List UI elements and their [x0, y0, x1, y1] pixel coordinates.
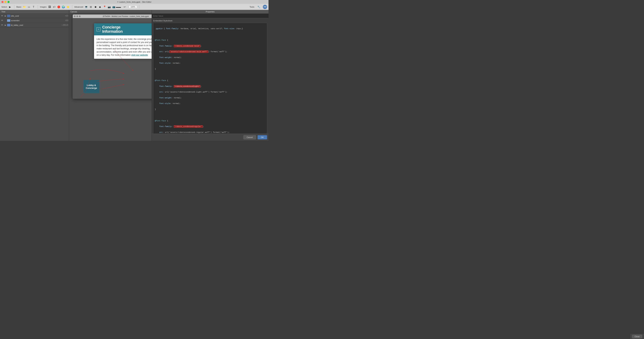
lp-close[interactable]: [74, 15, 76, 17]
main-layout: Tree 👁 ▶ info_cont ↑0,0 👁 screentint ↓0,…: [0, 10, 268, 141]
lobby-button[interactable]: Lobby & Concierge: [84, 80, 99, 93]
lp-maximize[interactable]: [79, 15, 80, 17]
maximize-button[interactable]: [8, 1, 10, 3]
lp-window-controls[interactable]: [74, 15, 80, 17]
info-panel-header: × Concierge Information: [94, 23, 152, 35]
info-panel[interactable]: × Concierge Information Like the experie…: [94, 23, 152, 59]
photo-icon[interactable]: 📷: [107, 5, 111, 9]
code-line-14: font-style: normal;: [155, 102, 266, 105]
code-line-5: src: url('assets/robotocondensed-bold.wo…: [155, 50, 266, 53]
shape1-icon[interactable]: ◆: [98, 5, 102, 9]
select-label: Select:: [2, 6, 8, 8]
embedded-stylesheet-label: Embedded Stylesheet:: [153, 20, 267, 22]
record-icon[interactable]: ⏺: [94, 5, 98, 9]
image-icon[interactable]: 🖼: [48, 5, 52, 9]
tree-panel: Tree 👁 ▶ info_cont ↑0,0 👁 screentint ↓0,…: [0, 10, 69, 141]
code-line-6: font-weight: normal;: [155, 56, 266, 59]
divider-4: [139, 5, 139, 9]
node-type-icon-2: [7, 19, 10, 22]
tree-node-bt-lobby[interactable]: 👁 ▶ bt_lobby_cont ↑-234,23: [0, 23, 69, 27]
tree-header: Tree: [0, 10, 69, 14]
tool-icon-1[interactable]: 🔧: [257, 5, 261, 9]
expand-icon-3[interactable]: ▶: [4, 24, 6, 26]
advanced-label: Advanced:: [74, 6, 84, 8]
code-line-15: }: [155, 108, 266, 111]
code-line-blank: [155, 33, 266, 36]
rectangle-icon[interactable]: ▭: [27, 5, 31, 9]
pin-icon[interactable]: 📍: [103, 5, 106, 9]
code-line-19: src: url('assets/robotocondensed-regular…: [155, 131, 266, 134]
star-icon[interactable]: ⭐: [66, 5, 70, 9]
ok-button[interactable]: OK: [258, 135, 267, 139]
properties-footer: Cancel OK: [152, 134, 268, 141]
code-editor[interactable]: .ggskin { font-family: Verdana, Arial, H…: [153, 23, 267, 134]
properties-search-input[interactable]: [152, 14, 268, 18]
text-icon[interactable]: T: [32, 5, 36, 9]
cancel-button[interactable]: Cancel: [243, 135, 256, 139]
lp-minimize[interactable]: [76, 15, 78, 17]
live-preview-titlebar: (679x564 - Mobile) Live Preview - custom…: [73, 14, 152, 18]
basic-section: Basic: 📁 ▭ T: [16, 5, 36, 9]
code-line-17: @font-face {: [155, 119, 266, 122]
code-line-blank2: [155, 73, 266, 76]
info-panel-title: Concierge Information: [102, 25, 123, 34]
visibility-icon[interactable]: 👁: [1, 14, 4, 17]
minimize-button[interactable]: [4, 1, 6, 3]
undo-button[interactable]: ↩: [122, 5, 127, 9]
node-coords: ↑0,0: [65, 15, 68, 17]
select-section: Select: ▶: [2, 5, 12, 9]
toolbar: Select: ▶ Basic: 📁 ▭ T Images: 🖼 🏷 🔴 🌍 ⭐…: [0, 4, 268, 10]
images-section: Images: 🖼 🏷 🔴 🌍 ⭐: [40, 5, 70, 9]
expand-icon[interactable]: ▶: [4, 15, 6, 17]
node-coords-3: ↑-234,23: [61, 24, 68, 26]
zoom-display[interactable]: 100%: [129, 5, 137, 8]
image3-icon[interactable]: 🔴: [57, 5, 61, 9]
properties-panel: Properties Embedded Stylesheet: .ggskin …: [152, 10, 268, 141]
grid-icon[interactable]: ⊞: [89, 5, 93, 9]
visit-website-link[interactable]: visit our website: [131, 54, 148, 56]
window-controls[interactable]: [2, 1, 10, 3]
live-preview-window: (679x564 - Mobile) Live Preview - custom…: [72, 14, 152, 99]
code-line-blank3: [155, 114, 266, 116]
code-line-12: src: url('assets/robotocondensed-light.w…: [155, 91, 266, 93]
images-label: Images:: [40, 6, 47, 8]
globe-icon[interactable]: 🌍: [62, 5, 65, 9]
image2-icon[interactable]: 🏷: [52, 5, 56, 9]
expand-icon-2: [4, 19, 6, 21]
live-preview-content: × Concierge Information Like the experie…: [73, 18, 152, 98]
monitor-icon[interactable]: 💻: [84, 5, 88, 9]
visibility-icon-2[interactable]: 👁: [1, 19, 4, 22]
node-coords-2: ↓0,0: [65, 19, 68, 21]
node-type-icon: [7, 15, 10, 17]
code-line-8: }: [155, 68, 266, 70]
code-line-1: .ggskin { font-family: Verdana, Arial, H…: [155, 27, 266, 30]
title-bar: ✂ custom_fonts_beta.ggsk - Skin Editor: [0, 0, 268, 4]
video-icon[interactable]: 📺: [112, 5, 116, 9]
divider-3: [72, 5, 72, 9]
node-label: info_cont: [11, 15, 64, 17]
code-line-13: font-weight: normal;: [155, 96, 266, 99]
code-line-3: @font-face {: [155, 39, 266, 41]
visibility-icon-3[interactable]: 👁: [1, 24, 4, 26]
advanced-section: Advanced: 💻 ⊞ ⏺ ◆ 📍 📷 📺 ▬▬: [74, 5, 120, 9]
code-line-10: @font-face {: [155, 79, 266, 82]
code-line-11: font-family: 'roboto_condensedlight';: [155, 85, 266, 88]
canvas-area: Canvas (679x564 - Mobile) Live Preview -…: [69, 10, 152, 141]
info-close-button[interactable]: ×: [96, 27, 100, 31]
node-label-2: screentint: [11, 19, 64, 21]
basic-label: Basic:: [16, 6, 22, 8]
info-panel-body: Like the experience of a five-star hotel…: [94, 35, 152, 59]
divider-2: [38, 5, 38, 9]
code-line-4: font-family: 'roboto_condensed bold';: [155, 44, 266, 47]
bars-icon[interactable]: ▬▬: [116, 5, 120, 9]
tree-node-screentint[interactable]: 👁 screentint ↓0,0: [0, 18, 69, 23]
tree-node-info-cont[interactable]: 👁 ▶ info_cont ↑0,0: [0, 14, 69, 18]
user-avatar[interactable]: AM: [263, 5, 267, 9]
select-arrow-icon[interactable]: ▶: [8, 5, 12, 9]
close-button[interactable]: [2, 1, 4, 3]
folder-icon[interactable]: 📁: [22, 5, 26, 9]
properties-content: Embedded Stylesheet: .ggskin { font-fami…: [152, 18, 268, 134]
properties-header: Properties: [152, 10, 268, 14]
node-type-icon-3: [7, 24, 10, 26]
code-line-7: font-style: normal;: [155, 62, 266, 65]
